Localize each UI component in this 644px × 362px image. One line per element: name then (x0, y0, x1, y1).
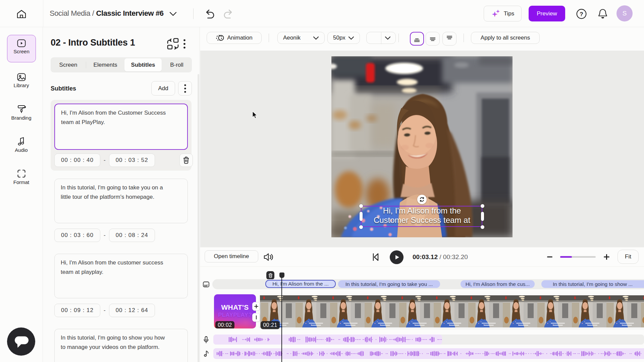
svg-text:?: ? (580, 11, 583, 17)
